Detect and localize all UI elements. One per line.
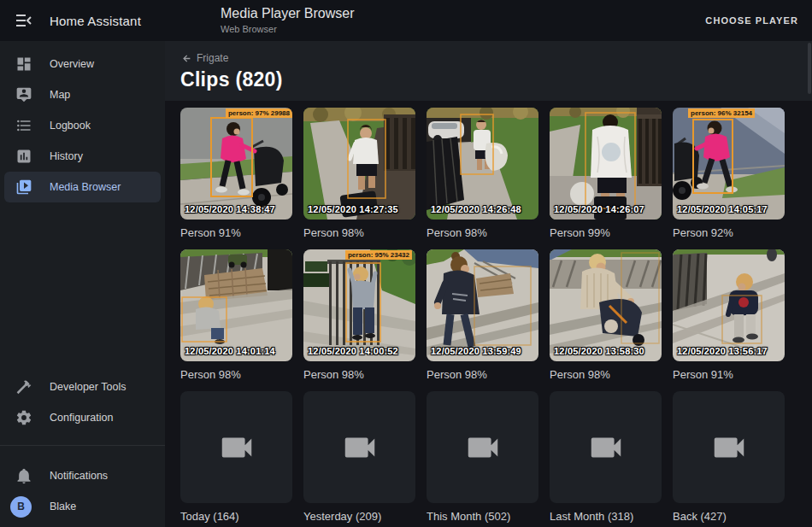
chart-box-icon [15, 148, 32, 165]
back-arrow-icon [180, 53, 191, 64]
video-camera-icon [709, 428, 749, 467]
clip-thumbnail: 12/05/2020 14:26:07 [550, 108, 662, 220]
sidebar-user[interactable]: B Blake [0, 491, 165, 522]
clip-timestamp: 12/05/2020 13:56:17 [677, 346, 768, 356]
breadcrumb-back-frigate[interactable]: Frigate [180, 52, 228, 64]
folder-label: Back (427) [673, 510, 785, 523]
sidebar-item-history[interactable]: History [0, 141, 165, 172]
clip-scene-image [180, 249, 292, 361]
clip-timestamp: 12/05/2020 14:05:17 [677, 204, 768, 214]
folder-card-back[interactable]: Back (427) [673, 391, 785, 523]
detection-label: person: 95% 23432 [345, 250, 412, 260]
clip-card[interactable]: 12/05/2020 14:27:35 Person 98% [303, 108, 415, 239]
media-browser-panel: Frigate Clips (820) [165, 41, 812, 527]
clip-timestamp: 12/05/2020 14:00:52 [308, 346, 398, 356]
folder-thumbnail [427, 391, 538, 503]
folder-label: Today (164) [180, 510, 292, 523]
clip-thumbnail: 12/05/2020 13:56:17 [673, 249, 785, 361]
folder-card-last-month[interactable]: Last Month (318) [550, 391, 662, 523]
folder-card-this-month[interactable]: This Month (502) [427, 391, 538, 523]
sidebar-item-notifications[interactable]: Notifications [0, 460, 165, 491]
clip-thumbnail: 12/05/2020 13:58:30 [550, 249, 662, 361]
choose-player-button[interactable]: CHOOSE PLAYER [705, 15, 798, 26]
sidebar-item-logbook[interactable]: Logbook [0, 110, 165, 141]
sidebar-divider [0, 445, 165, 446]
clip-timestamp: 12/05/2020 14:26:07 [554, 204, 644, 214]
dashboard-icon [15, 56, 32, 73]
clip-card[interactable]: 12/05/2020 13:58:30 Person 98% [550, 249, 662, 381]
clip-scene-image [427, 108, 538, 220]
clip-scene-image [180, 108, 292, 220]
clip-card[interactable]: 12/05/2020 14:26:48 Person 98% [427, 108, 538, 239]
clip-thumbnail: 12/05/2020 14:01:14 [180, 249, 292, 361]
clip-caption: Person 99% [550, 226, 662, 239]
clip-card[interactable]: 12/05/2020 13:56:17 Person 91% [673, 249, 785, 381]
folder-thumbnail [673, 391, 785, 503]
page-title-block: Media Player Browser Web Browser [221, 6, 355, 34]
detection-label: person: 96% 32154 [688, 108, 755, 118]
clip-scene-image [303, 249, 415, 361]
clip-card[interactable]: person: 97% 29988 12/05/2020 14:38:47 Pe… [180, 108, 292, 239]
detection-label: person: 97% 29988 [226, 108, 292, 118]
sidebar-item-media-browser[interactable]: Media Browser [4, 172, 161, 202]
sidebar-item-developer-tools[interactable]: Developer Tools [0, 372, 165, 402]
folder-thumbnail [303, 391, 415, 503]
sidebar-item-configuration[interactable]: Configuration [0, 402, 165, 433]
clip-thumbnail: person: 96% 32154 12/05/2020 14:05:17 [673, 108, 785, 220]
clips-grid: person: 97% 29988 12/05/2020 14:38:47 Pe… [180, 108, 797, 523]
play-box-multiple-icon [15, 179, 32, 196]
clip-caption: Person 98% [550, 368, 662, 381]
video-camera-icon [463, 428, 503, 467]
clip-thumbnail: 12/05/2020 14:27:35 [303, 108, 415, 220]
clip-card[interactable]: person: 95% 23432 12/05/2020 14:00:52 Pe… [303, 249, 415, 381]
app-title: Home Assistant [50, 14, 141, 28]
clip-caption: Person 98% [303, 226, 415, 239]
clip-caption: Person 98% [180, 368, 292, 381]
video-camera-icon [586, 428, 626, 467]
clip-timestamp: 12/05/2020 14:27:35 [308, 204, 398, 214]
sidebar-item-label: Overview [50, 58, 94, 70]
clip-caption: Person 98% [427, 368, 538, 381]
clip-card[interactable]: person: 96% 32154 12/05/2020 14:05:17 Pe… [673, 108, 785, 239]
sidebar-spacer [0, 202, 165, 372]
sidebar-item-label: Media Browser [50, 181, 121, 193]
video-camera-icon [340, 428, 380, 467]
folder-thumbnail [180, 391, 292, 503]
clip-thumbnail: 12/05/2020 13:59:49 [427, 249, 538, 361]
video-camera-icon [217, 428, 256, 467]
clip-card[interactable]: 12/05/2020 14:01:14 Person 98% [180, 249, 292, 381]
clip-card[interactable]: 12/05/2020 13:59:49 Person 98% [427, 249, 538, 381]
folder-thumbnail [550, 391, 662, 503]
vertical-scrollbar[interactable] [808, 43, 811, 94]
clip-thumbnail: person: 97% 29988 12/05/2020 14:38:47 [180, 108, 292, 220]
sidebar-item-label: Notifications [50, 470, 108, 482]
clip-scene-image [303, 108, 415, 220]
gear-icon [15, 409, 32, 426]
clip-caption: Person 98% [427, 226, 538, 239]
clip-scene-image [673, 249, 785, 361]
breadcrumb-label: Frigate [197, 52, 228, 64]
page-subtitle: Web Browser [221, 24, 355, 35]
sidebar: Overview Map Logbook History Media Brows… [0, 41, 165, 527]
clip-thumbnail: 12/05/2020 14:26:48 [427, 108, 538, 220]
sidebar-toggle-icon[interactable] [14, 10, 34, 31]
folder-label: Last Month (318) [550, 510, 662, 523]
clip-timestamp: 12/05/2020 14:01:14 [185, 346, 275, 356]
folder-card-yesterday[interactable]: Yesterday (209) [303, 391, 415, 523]
clip-card[interactable]: 12/05/2020 14:26:07 Person 99% [550, 108, 662, 239]
sidebar-nav: Overview Map Logbook History Media Brows… [0, 41, 165, 202]
clip-timestamp: 12/05/2020 14:38:47 [185, 204, 275, 214]
sidebar-item-map[interactable]: Map [0, 79, 165, 110]
sidebar-item-label: Developer Tools [50, 381, 126, 393]
sidebar-item-label: History [50, 150, 83, 162]
folder-card-today[interactable]: Today (164) [180, 391, 292, 523]
list-bulleted-icon [15, 117, 32, 134]
clip-scene-image [550, 108, 662, 220]
clips-content: person: 97% 29988 12/05/2020 14:38:47 Pe… [165, 101, 812, 527]
page-heading: Clips (820) [180, 68, 812, 91]
clip-caption: Person 91% [180, 226, 292, 239]
sidebar-item-overview[interactable]: Overview [0, 49, 165, 79]
clip-timestamp: 12/05/2020 13:59:49 [431, 346, 521, 356]
page-title: Media Player Browser [221, 6, 355, 21]
media-browser-header: Frigate Clips (820) [165, 41, 812, 101]
